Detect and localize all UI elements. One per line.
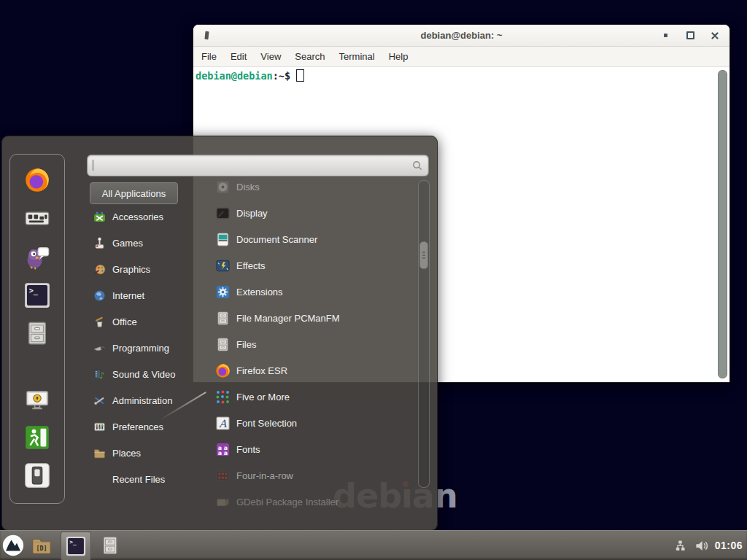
menu-view[interactable]: View [260,51,281,62]
category-programming[interactable]: Programming [93,335,169,361]
lock-screen-icon [24,387,50,413]
category-recent-files[interactable]: Recent Files [112,466,165,492]
app-label: Extensions [236,287,283,298]
category-places[interactable]: Places [93,440,141,466]
category-label: Graphics [112,264,150,275]
svg-text:>_: >_ [69,539,77,545]
terminal-icon: >_ [24,282,50,308]
terminal-launcher[interactable]: >_ [61,532,91,560]
app-label: GDebi Package Installer [236,497,338,508]
menu-button[interactable] [2,534,24,556]
menu-terminal[interactable]: Terminal [339,51,375,62]
category-label: Recent Files [112,474,165,485]
favorite-terminal[interactable]: >_ [24,282,50,308]
administration-icon [93,394,106,407]
menu-help[interactable]: Help [389,51,409,62]
system-tray: 01:06 [676,531,743,560]
close-button[interactable] [711,31,719,40]
category-office[interactable]: Office [93,308,137,335]
app-display[interactable]: Display [215,200,268,226]
app-font-selection[interactable]: A Font Selection [215,410,297,436]
app-gdebi-package-installer[interactable]: GDebi Package Installer [215,489,338,515]
minimize-button[interactable] [661,31,670,40]
lock-screen-button[interactable] [24,387,50,413]
category-label: Preferences [112,421,163,432]
shut-down-button[interactable] [24,462,50,489]
category-sound-video[interactable]: ♪ Sound & Video [93,361,176,387]
category-internet[interactable]: Internet [93,282,144,308]
sound-video-icon: ♪ [93,368,106,381]
shell-prompt: debian@debian:~$ [196,69,304,82]
games-icon [93,237,106,249]
all-applications-button[interactable]: All Applications [90,182,178,204]
scrollbar-thumb[interactable] [419,241,428,269]
firefox-icon [215,363,231,378]
programming-icon [93,342,106,354]
favorite-firefox[interactable] [24,167,50,193]
app-label: Five or More [236,392,290,402]
menu-logo-icon [2,534,24,556]
favorites-panel: >_ [9,154,65,504]
favorite-pidgin[interactable] [24,244,50,270]
app-effects[interactable]: Effects [215,252,266,279]
app-four-in-a-row[interactable]: Four-in-a-row [215,462,293,489]
preferences-icon [93,421,106,433]
disks-icon [215,179,231,195]
terminal-title: debian@debian: ~ [193,30,729,41]
favorite-keyboard[interactable] [24,205,50,231]
search-input[interactable] [88,155,428,176]
document-scanner-icon [215,232,231,247]
office-icon [93,316,106,328]
fonts-icon: a aa a [215,442,231,457]
category-accessories[interactable]: Accessories [93,203,163,230]
category-preferences[interactable]: Preferences [93,413,163,440]
accessories-icon [93,211,106,223]
app-file-manager-pcmanfm[interactable]: File Manager PCManFM [215,305,340,331]
app-firefox-esr[interactable]: Firefox ESR [215,357,287,384]
extensions-icon [215,284,231,300]
places-icon [93,447,106,459]
file-cabinet-icon [215,311,231,326]
clock[interactable]: 01:06 [715,540,743,551]
taskbar: [D] >_ 01:06 [0,530,747,560]
folder-icon: [D] [31,534,53,556]
app-disks[interactable]: Disks [215,174,260,200]
prompt-suffix: :~$ [273,70,290,82]
svg-text:A: A [218,417,227,429]
app-label: Effects [236,260,266,271]
app-label: Fonts [236,444,260,455]
file-cabinet-icon [100,535,120,556]
category-games[interactable]: Games [93,230,143,256]
maximize-button[interactable] [686,31,694,40]
font-selection-icon: A [215,416,231,431]
effects-icon [215,258,231,273]
app-extensions[interactable]: Extensions [215,279,283,305]
terminal-titlebar[interactable]: debian@debian: ~ [193,25,729,47]
category-label: Places [112,448,141,459]
file-manager-launcher[interactable] [100,535,120,556]
desktop: debıan debian@debian: ~ File Edit View S… [0,0,747,560]
menu-file[interactable]: File [201,51,217,62]
category-administration[interactable]: Administration [93,387,172,413]
app-label: Disks [236,182,260,192]
log-out-icon [24,424,50,451]
app-list-scrollbar[interactable] [418,180,430,488]
category-label: Programming [112,343,169,354]
application-menu: >_ All Applications Acces [1,136,438,531]
network-icon[interactable] [676,540,688,552]
app-document-scanner[interactable]: Document Scanner [215,226,317,252]
desktop-folder-launcher[interactable]: [D] [31,534,53,556]
app-files[interactable]: Files [215,331,256,357]
app-fonts[interactable]: a aa a Fonts [215,436,260,462]
category-graphics[interactable]: Graphics [93,256,150,282]
firefox-icon [24,167,50,193]
volume-icon[interactable] [694,539,708,553]
favorite-file-manager[interactable] [24,320,50,346]
menu-edit[interactable]: Edit [231,51,247,62]
log-out-button[interactable] [24,424,50,451]
menu-search[interactable]: Search [295,51,325,62]
terminal-scrollbar[interactable] [718,70,727,378]
app-label: File Manager PCManFM [236,313,340,324]
app-five-or-more[interactable]: Five or More [215,384,290,410]
gdebi-icon [215,494,231,510]
